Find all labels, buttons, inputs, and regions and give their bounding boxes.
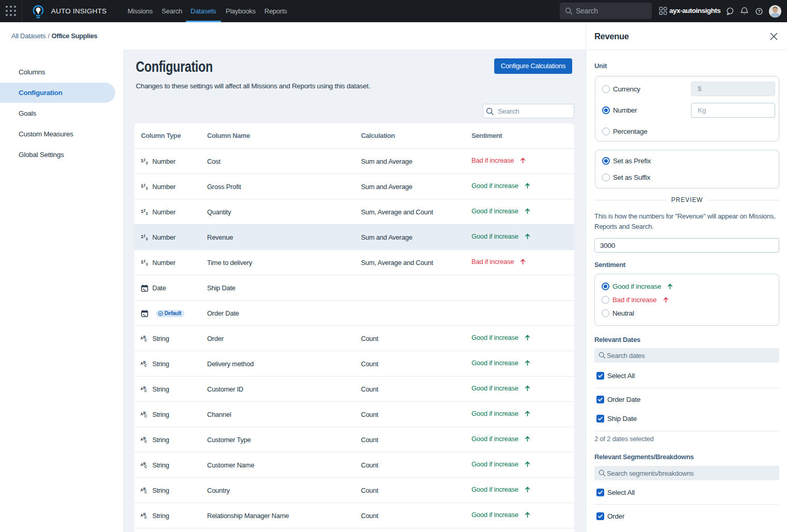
svg-text:C: C: [145, 414, 147, 418]
svg-text:2: 2: [144, 183, 146, 187]
svg-text:3: 3: [146, 186, 148, 190]
svg-text:C: C: [145, 389, 147, 393]
svg-text:3: 3: [146, 161, 148, 165]
svg-text:C: C: [145, 338, 147, 342]
svg-text:?: ?: [758, 9, 761, 14]
svg-text:2: 2: [144, 259, 146, 263]
svg-text:3: 3: [146, 212, 148, 215]
svg-text:2: 2: [144, 209, 146, 212]
svg-text:3: 3: [146, 237, 148, 241]
svg-text:C: C: [145, 515, 147, 519]
svg-text:C: C: [145, 364, 147, 367]
svg-text:2: 2: [144, 234, 146, 238]
svg-text:3: 3: [146, 262, 148, 266]
svg-text:C: C: [145, 490, 147, 494]
svg-text:C: C: [145, 465, 147, 468]
svg-text:2: 2: [144, 158, 146, 162]
svg-text:C: C: [145, 440, 147, 443]
